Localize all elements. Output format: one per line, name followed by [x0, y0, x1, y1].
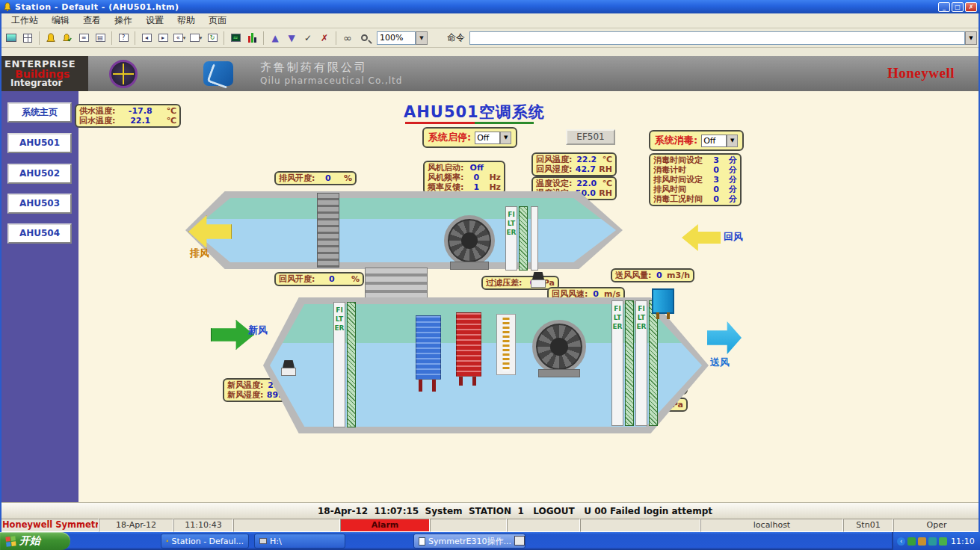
data-unit: %: [348, 274, 360, 284]
page-refresh-icon[interactable]: ↻: [204, 31, 221, 46]
menu-help[interactable]: 帮助: [170, 13, 202, 28]
status-blank-cell: [580, 519, 700, 532]
sidebar-item-ahu501[interactable]: AHU501: [7, 133, 72, 153]
filter-mesh: [649, 300, 658, 426]
page-back-icon[interactable]: ◂: [138, 31, 155, 46]
list-icon: ≡: [79, 34, 89, 42]
data-value: 0: [463, 173, 489, 182]
help-icon[interactable]: ?: [115, 31, 132, 46]
data-label: 消毒工况时间: [653, 194, 706, 204]
data-row: 送风风量:0m3/h: [615, 271, 690, 280]
close-button[interactable]: ✗: [965, 2, 977, 12]
raise-icon[interactable]: ▲: [267, 31, 283, 46]
zoom-value[interactable]: 100%: [377, 31, 416, 45]
tray-grid-icon[interactable]: [918, 537, 926, 546]
document-icon: [419, 537, 425, 546]
command-input[interactable]: [469, 31, 965, 45]
menu-workstation[interactable]: 工作站: [4, 13, 45, 28]
menu-page[interactable]: 页面: [202, 13, 233, 28]
page-forward-icon[interactable]: ▸: [155, 31, 171, 46]
zoom-combo[interactable]: 100% ▼: [377, 31, 428, 45]
tray-back-icon[interactable]: ‹: [897, 537, 905, 546]
page-recall-icon[interactable]: «▾: [171, 31, 188, 46]
maximize-button[interactable]: □: [952, 2, 964, 12]
alarm-indicator[interactable]: Alarm: [340, 519, 430, 532]
task-label: Station - Defaul...: [172, 537, 244, 546]
group-display-icon[interactable]: [244, 31, 260, 46]
title-bar[interactable]: Station - Default - (AHU501.htm) _ □ ✗: [0, 0, 980, 13]
data-label: 排风时间设定: [653, 175, 706, 185]
menu-view[interactable]: 查看: [76, 13, 108, 28]
command-dropdown-icon[interactable]: ▼: [965, 31, 977, 45]
data-unit: ℃: [165, 106, 176, 116]
data-label: 消毒计时: [653, 165, 706, 175]
chevron-down-icon[interactable]: ▼: [727, 135, 738, 147]
event-summary-icon[interactable]: ≡: [75, 31, 92, 46]
data-label: 回水温度:: [79, 116, 115, 126]
title-underline-green: [475, 122, 534, 124]
alarm-summary-icon[interactable]: [43, 31, 59, 46]
data-unit: ℃: [165, 116, 176, 126]
ebi-logo: ENTERPRISE Buildings Integrator: [0, 56, 88, 91]
system-tray: ‹ 11:10: [892, 532, 980, 550]
zoom-grid-icon[interactable]: [19, 31, 36, 46]
message-summary-icon[interactable]: ▤: [92, 31, 108, 46]
humidifier: [496, 314, 516, 375]
data-value: 22.2: [572, 155, 601, 164]
actuator-box: [531, 279, 546, 288]
sidebar-item-ahu503[interactable]: AHU503: [7, 194, 72, 214]
data-label: 排风时间: [653, 185, 706, 194]
start-stop-value[interactable]: Off: [475, 132, 500, 144]
zoom-dropdown-icon[interactable]: ▼: [416, 31, 428, 45]
lower-icon[interactable]: ▼: [283, 31, 300, 46]
start-button[interactable]: 开始: [0, 532, 70, 550]
taskbar-item-drive[interactable]: H:\: [254, 534, 345, 549]
tray-green-icon[interactable]: [907, 537, 916, 546]
status-user: Oper: [893, 519, 980, 532]
refresh-icon: ↻: [208, 34, 218, 42]
filter-mesh: [625, 300, 634, 426]
taskbar-item-document[interactable]: SymmetrE310操作...: [413, 534, 526, 549]
cancel-icon[interactable]: ✗: [316, 31, 333, 46]
alarm-ack-icon[interactable]: [59, 31, 75, 46]
taskbar: 开始 Station - Defaul... H:\ SymmetrE310操作…: [0, 532, 980, 550]
sidebar-item-ahu504[interactable]: AHU504: [7, 223, 72, 244]
fresh-air-filter: FILTER: [333, 302, 345, 427]
find-icon[interactable]: ∞: [339, 31, 356, 46]
start-stop-label: 系统启停:: [428, 131, 471, 144]
water-temp-box: 供水温度:-17.8℃回水温度:22.1℃: [75, 104, 181, 128]
page-title: AHU501空调系统: [404, 102, 545, 123]
station-display-icon[interactable]: [3, 31, 19, 46]
menu-edit[interactable]: 编辑: [45, 13, 76, 28]
menu-action[interactable]: 操作: [108, 13, 139, 28]
accept-icon[interactable]: ✓: [300, 31, 316, 46]
damper-actuator-icon: [532, 272, 544, 279]
disinfect-value[interactable]: Off: [701, 135, 727, 147]
disinfect-table: 消毒时间设定3分消毒计时0分排风时间设定3分排风时间0分消毒工况时间0分: [649, 153, 742, 206]
blank-page-icon: [190, 34, 200, 42]
ef501-button[interactable]: EF501: [566, 129, 615, 145]
start-stop-select[interactable]: Off ▼: [475, 132, 511, 144]
bar-chart-icon: [248, 33, 256, 43]
station-window: Station - Default - (AHU501.htm) _ □ ✗ 工…: [0, 0, 980, 550]
page-favorites-icon[interactable]: ▾: [188, 31, 204, 46]
chevron-down-icon[interactable]: ▼: [500, 132, 511, 144]
language-bar-icon[interactable]: [514, 536, 525, 546]
disinfect-select[interactable]: Off ▼: [701, 135, 738, 147]
sidebar-item-ahu502[interactable]: AHU502: [7, 164, 72, 184]
tray-shield-icon[interactable]: [928, 537, 937, 546]
trend-icon[interactable]: ≈: [227, 31, 244, 46]
menu-bar: 工作站 编辑 查看 操作 设置 帮助 页面: [0, 13, 980, 28]
tray-chart-icon[interactable]: [939, 537, 947, 546]
sidebar-item-home[interactable]: 系统主页: [7, 102, 72, 123]
menu-configure[interactable]: 设置: [139, 13, 170, 28]
taskbar-item-station[interactable]: Station - Defaul...: [161, 534, 249, 549]
data-value: 0: [315, 274, 348, 284]
tray-clock[interactable]: 11:10: [951, 537, 975, 546]
grid-icon: [23, 34, 32, 43]
data-label: 过滤压差:: [486, 278, 522, 288]
zoom-icon[interactable]: [356, 31, 372, 46]
data-label: 供水温度:: [79, 106, 115, 116]
minimize-button[interactable]: _: [938, 2, 950, 12]
magnifier-icon: [361, 34, 368, 41]
